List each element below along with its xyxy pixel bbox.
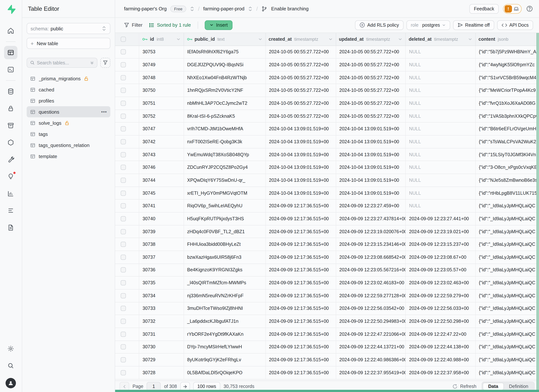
cell-id[interactable]: 30734 bbox=[139, 289, 184, 302]
cell-id[interactable]: 30733 bbox=[139, 302, 184, 315]
sidebar-item-storage[interactable] bbox=[4, 119, 18, 132]
cell-public_id[interactable]: RiqOV6p_5wihLeIAEQyhU bbox=[184, 200, 266, 212]
cell-updated_at[interactable]: 2024-09-09 12:22:44.13721+00 bbox=[336, 341, 406, 353]
cell-public_id[interactable]: nbMhHL3AP7OcCJymc2wT2 bbox=[184, 97, 266, 109]
cell-deleted_at[interactable]: NULL bbox=[406, 161, 476, 174]
cell-content[interactable]: {"id":"fvrQ1bXoJ6XaAD08G bbox=[476, 97, 539, 109]
cell-updated_at[interactable]: 2024-10-05 00:55:27.722+00 bbox=[336, 84, 406, 97]
cell-created_at[interactable]: 2024-09-09 12:17:36.515+00 bbox=[266, 200, 336, 212]
rows-per-page-button[interactable]: 100 rows bbox=[193, 382, 220, 391]
cell-deleted_at[interactable]: 2024-09-09 12:22:50.298+00 bbox=[406, 315, 476, 328]
tab-data[interactable]: Data bbox=[483, 383, 504, 390]
cell-created_at[interactable]: 2024-09-09 12:17:36.515+00 bbox=[266, 341, 336, 353]
select-all-checkbox[interactable] bbox=[121, 36, 126, 42]
cell-id[interactable]: 30750 bbox=[139, 84, 184, 97]
row-checkbox[interactable] bbox=[121, 280, 126, 285]
page-input[interactable]: 1 bbox=[147, 382, 161, 391]
cell-updated_at[interactable]: 2024-09-09 12:23:27.437814+00 bbox=[336, 212, 406, 225]
cell-created_at[interactable]: 2024-10-05 00:55:27.722+00 bbox=[266, 97, 336, 109]
row-checkbox[interactable] bbox=[121, 126, 126, 132]
cell-deleted_at[interactable]: 2024-09-09 12:23:19.021+00 bbox=[406, 225, 476, 238]
cell-created_at[interactable]: 2024-10-04 13:09:01.519+00 bbox=[266, 135, 336, 148]
cell-deleted_at[interactable]: 2024-09-09 12:22:44.138+00 bbox=[406, 341, 476, 353]
cell-content[interactable]: {"id":"NJe5s8ZmBwnoB6e3s bbox=[476, 174, 539, 186]
cell-content[interactable]: {"id":"5b7j5Pz9WHBNmY_A bbox=[476, 46, 539, 58]
cell-public_id[interactable]: XPQwDIqY6Y75SwDnU-qr_ bbox=[184, 174, 266, 186]
sidebar-item-sql-editor[interactable] bbox=[4, 63, 18, 76]
sidebar-item-table-questions[interactable]: questions••• bbox=[26, 106, 110, 117]
column-header-updated_at[interactable]: updated_attimestamptz bbox=[336, 33, 406, 45]
cell-public_id[interactable]: nxFT002ISeRE-Qobg3K3k bbox=[184, 135, 266, 148]
row-checkbox[interactable] bbox=[121, 306, 126, 311]
cell-id[interactable]: 30728 bbox=[139, 366, 184, 379]
cell-content[interactable]: {"id":"_Id9aLyJpMHQLaiQC bbox=[476, 328, 539, 340]
cell-updated_at[interactable]: 2024-10-04 13:09:01.519+00 bbox=[336, 187, 406, 199]
cell-deleted_at[interactable]: 2024-09-09 12:23:08.67+00 bbox=[406, 251, 476, 263]
cell-public_id[interactable]: bzwXazHgax6UIR58j6Fn3 bbox=[184, 251, 266, 263]
cell-created_at[interactable]: 2024-10-05 00:55:27.722+00 bbox=[266, 110, 336, 122]
cell-created_at[interactable]: 2024-09-09 12:17:36.515+00 bbox=[266, 328, 336, 340]
row-checkbox[interactable] bbox=[121, 152, 126, 157]
row-checkbox[interactable] bbox=[121, 178, 126, 183]
sort-button[interactable]: Sorted by 1 rule bbox=[149, 22, 191, 28]
cell-created_at[interactable]: 2024-09-09 12:17:36.515+00 bbox=[266, 277, 336, 289]
cell-deleted_at[interactable]: 2024-09-09 12:22:47.22+00 bbox=[406, 328, 476, 340]
row-checkbox[interactable] bbox=[121, 332, 126, 337]
cell-deleted_at[interactable]: 2024-09-09 12:23:27.441+00 bbox=[406, 212, 476, 225]
sidebar-item-table-profiles[interactable]: profiles bbox=[26, 95, 110, 106]
cell-deleted_at[interactable]: 2024-09-09 12:23:05.57+00 bbox=[406, 264, 476, 276]
cell-public_id[interactable]: 1hnRQjxSRm2V0VticY2NF bbox=[184, 84, 266, 97]
sidebar-item-reports[interactable] bbox=[4, 187, 18, 200]
cell-updated_at[interactable]: 2024-09-09 12:22:56.03542+00 bbox=[336, 302, 406, 315]
cell-id[interactable]: 30736 bbox=[139, 264, 184, 276]
cell-content[interactable]: {"id":"MeWCriorTPopA4Kc9 bbox=[476, 84, 539, 97]
row-checkbox[interactable] bbox=[121, 75, 126, 80]
cell-public_id[interactable]: 8yUKotr9qGYjK2eFRhgLv bbox=[184, 354, 266, 366]
cell-id[interactable]: 30748 bbox=[139, 72, 184, 84]
column-header-public_id[interactable]: public_idtext bbox=[184, 33, 266, 45]
breadcrumb-project[interactable]: farming-paper-prod bbox=[203, 6, 245, 11]
cell-public_id[interactable]: DGEJfJZPQUV9Q-IBqsNSi bbox=[184, 58, 266, 71]
cell-content[interactable]: {"id":"_Id9aLyJpMHQLaiQC bbox=[476, 341, 539, 353]
cell-content[interactable]: {"id":"_Id9aLyJpMHQLaiQC bbox=[476, 366, 539, 379]
cell-id[interactable]: 30729 bbox=[139, 354, 184, 366]
row-checkbox[interactable] bbox=[121, 268, 126, 273]
schema-select[interactable]: schema: public bbox=[26, 23, 110, 34]
row-checkbox[interactable] bbox=[121, 242, 126, 247]
cell-public_id[interactable]: IEfA0sRh9hIXf62Y6ga75 bbox=[184, 46, 266, 58]
cell-public_id[interactable]: _l40sQIRTmMZfcm-MWMPs bbox=[184, 277, 266, 289]
cell-content[interactable]: {"id":"1VASb3phnXXkQPCpv bbox=[476, 110, 539, 122]
cell-public_id[interactable]: H5uqFKpRUTPkjxdysT3HS bbox=[184, 212, 266, 225]
cell-public_id[interactable]: FHHUioa3bidd00BHyLeZt bbox=[184, 238, 266, 251]
cell-id[interactable]: 30745 bbox=[139, 187, 184, 199]
cell-deleted_at[interactable]: NULL bbox=[406, 123, 476, 135]
column-header-created_at[interactable]: created_attimestamptz bbox=[266, 33, 336, 45]
cell-deleted_at[interactable]: 2024-09-09 12:23:02.463+00 bbox=[406, 277, 476, 289]
cell-id[interactable]: 30735 bbox=[139, 277, 184, 289]
cell-updated_at[interactable]: 2024-10-05 00:55:27.722+00 bbox=[336, 72, 406, 84]
cell-content[interactable]: {"id":"_Id9aLyJpMHQLaiQC bbox=[476, 238, 539, 251]
cell-id[interactable]: 30740 bbox=[139, 212, 184, 225]
cell-deleted_at[interactable]: NULL bbox=[406, 84, 476, 97]
filter-tables-button[interactable] bbox=[100, 58, 110, 68]
cell-public_id[interactable]: nj336mN5reuRVNZrKHFpF bbox=[184, 289, 266, 302]
row-checkbox[interactable] bbox=[121, 255, 126, 260]
chevron-updown-icon[interactable] bbox=[248, 6, 253, 11]
row-checkbox[interactable] bbox=[121, 203, 126, 208]
cell-updated_at[interactable]: 2024-09-09 12:23:02.46183+00 bbox=[336, 277, 406, 289]
breadcrumb-org[interactable]: farming-paper's Org bbox=[124, 6, 167, 11]
row-checkbox[interactable] bbox=[121, 216, 126, 221]
sidebar-item-settings[interactable] bbox=[4, 342, 18, 355]
cell-content[interactable]: {"id":"15LSIyT0JGMf3Kl4Vn bbox=[476, 148, 539, 161]
cell-updated_at[interactable]: 2024-09-09 12:23:27.459+00 bbox=[336, 200, 406, 212]
cell-updated_at[interactable]: 2024-09-09 12:22:50.294983+00 bbox=[336, 315, 406, 328]
cell-updated_at[interactable]: 2024-09-09 12:23:15.234146+00 bbox=[336, 238, 406, 251]
cell-public_id[interactable]: _La6pddxcKJIbgufATJ1n bbox=[184, 315, 266, 328]
sidebar-item-search[interactable] bbox=[4, 359, 18, 372]
chevron-updown-icon[interactable] bbox=[190, 6, 194, 11]
supabase-logo[interactable] bbox=[6, 5, 16, 14]
cell-id[interactable]: 30737 bbox=[139, 251, 184, 263]
cell-updated_at[interactable]: 2024-10-05 00:55:27.722+00 bbox=[336, 110, 406, 122]
cell-deleted_at[interactable]: NULL bbox=[406, 200, 476, 212]
insert-button[interactable]: Insert bbox=[205, 20, 232, 30]
